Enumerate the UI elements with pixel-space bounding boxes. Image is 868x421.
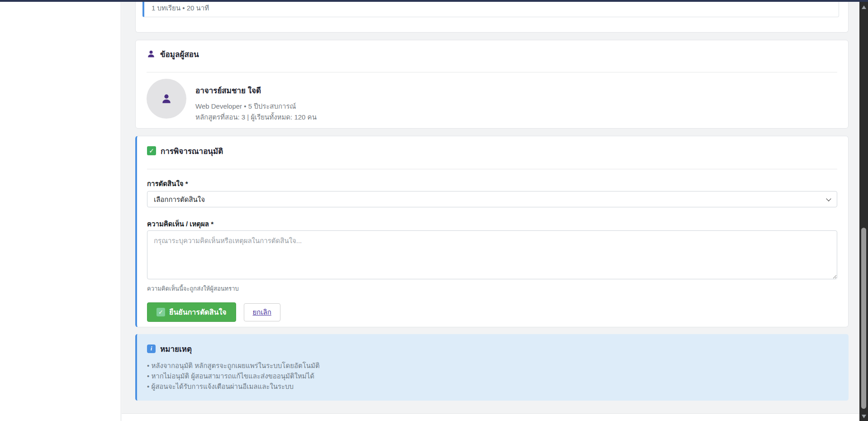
instructor-role: Web Developer • 5 ปีประสบการณ์: [195, 101, 317, 112]
cancel-button[interactable]: ยกเลิก: [244, 303, 280, 321]
instructor-details: อาจารย์สมชาย ใจดี Web Developer • 5 ปีปร…: [195, 79, 317, 123]
approval-card-header: ✓ การพิจารณาอนุมัติ: [147, 144, 837, 157]
note-item: • หากไม่อนุมัติ ผู้สอนสามารถแก้ไขและส่งข…: [147, 371, 838, 381]
lesson-meta-text: 1 บทเรียน • 20 นาที: [152, 4, 209, 12]
decision-label: การตัดสินใจ *: [147, 178, 837, 188]
approval-section-title: การพิจารณาอนุมัติ: [161, 145, 223, 157]
note-card: i หมายเหตุ • หลังจากอนุมัติ หลักสูตรจะถู…: [135, 334, 849, 401]
avatar: [147, 79, 186, 119]
note-card-header: i หมายเหตุ: [147, 342, 838, 355]
lesson-summary-item: 1 บทเรียน • 20 นาที: [142, 2, 839, 17]
page-body: 1 บทเรียน • 20 นาที ข้อมูลผู้สอน: [122, 2, 859, 414]
scrollbar-thumb[interactable]: [861, 228, 866, 409]
approval-card: ✓ การพิจารณาอนุมัติ การตัดสินใจ * เลือกก…: [135, 136, 849, 327]
note-list: • หลังจากอนุมัติ หลักสูตรจะถูกเผยแพร่ในร…: [147, 360, 838, 392]
scroll-up-arrow[interactable]: [859, 4, 868, 10]
note-item: • ผู้สอนจะได้รับการแจ้งเตือนผ่านอีเมลและ…: [147, 381, 838, 392]
instructor-name: อาจารย์สมชาย ใจดี: [195, 84, 317, 96]
approval-actions: ✓ ยืนยันการตัดสินใจ ยกเลิก: [147, 302, 837, 322]
comment-textarea[interactable]: [147, 230, 837, 279]
divider: [147, 72, 837, 72]
top-navy-bar: [0, 0, 868, 2]
check-icon: ✓: [157, 308, 165, 316]
instructor-section-title: ข้อมูลผู้สอน: [160, 48, 199, 60]
comment-label: ความคิดเห็น / เหตุผล *: [147, 219, 837, 229]
comment-help-text: ความคิดเห็นนี้จะถูกส่งให้ผู้สอนทราบ: [147, 284, 837, 293]
check-icon: ✓: [147, 146, 156, 155]
instructor-stats: หลักสูตรที่สอน: 3 | ผู้เรียนทั้งหมด: 120…: [195, 112, 317, 123]
page: 1 บทเรียน • 20 นาที ข้อมูลผู้สอน: [0, 0, 868, 421]
confirm-decision-button[interactable]: ✓ ยืนยันการตัดสินใจ: [147, 302, 236, 322]
curriculum-card: 1 บทเรียน • 20 นาที: [135, 2, 849, 33]
person-icon: [147, 49, 156, 58]
info-icon: i: [147, 344, 156, 353]
decision-select-wrap: เลือกการตัดสินใจ: [147, 191, 837, 207]
scrollbar[interactable]: [859, 2, 868, 421]
confirm-decision-label: ยืนยันการตัดสินใจ: [169, 306, 227, 318]
left-sidebar: [0, 2, 121, 421]
note-item: • หลังจากอนุมัติ หลักสูตรจะถูกเผยแพร่ในร…: [147, 360, 838, 371]
main-content: 1 บทเรียน • 20 นาที ข้อมูลผู้สอน: [122, 2, 859, 421]
instructor-profile: อาจารย์สมชาย ใจดี Web Developer • 5 ปีปร…: [147, 79, 837, 123]
decision-select[interactable]: เลือกการตัดสินใจ: [147, 191, 837, 207]
instructor-card: ข้อมูลผู้สอน อาจารย์สมชาย ใจดี Web Devel…: [135, 40, 849, 129]
note-title: หมายเหตุ: [160, 343, 192, 355]
divider: [147, 169, 837, 169]
scroll-down-arrow[interactable]: [859, 413, 868, 420]
instructor-card-header: ข้อมูลผู้สอน: [147, 48, 837, 60]
